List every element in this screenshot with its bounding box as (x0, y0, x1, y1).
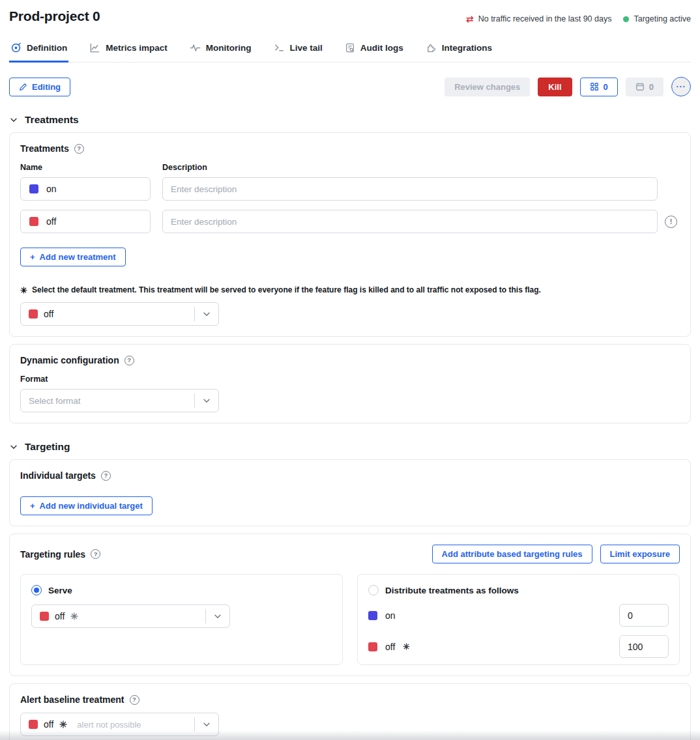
distribution-percent-input[interactable] (619, 635, 669, 658)
default-treatment-select-value: off (21, 309, 194, 319)
treatments-card-title: Treatments ? (20, 143, 680, 154)
help-icon[interactable]: ? (91, 549, 100, 559)
serve-radio-label: Serve (48, 586, 72, 595)
toolbar: Editing Review changes Kill 0 0 (9, 77, 691, 96)
treatment-row: on (20, 177, 680, 201)
name-column-label: Name (20, 163, 151, 172)
help-icon[interactable]: ? (130, 695, 139, 705)
default-asterisk-icon (59, 720, 67, 728)
treatment-description-input[interactable] (162, 177, 658, 201)
individual-targets-title: Individual targets ? (20, 470, 680, 481)
treatment-name-value: off (46, 216, 56, 227)
limit-exposure-button[interactable]: Limit exposure (600, 545, 680, 563)
page-header: Prod-project 0 ⇄ No traffic received in … (9, 0, 691, 24)
treatment-name-value: on (46, 184, 57, 194)
tab-integrations[interactable]: Integrations (424, 40, 493, 63)
treatments-column-labels: Name Description (20, 154, 680, 177)
treatments-card: Treatments ? Name Description on off ! +… (9, 132, 691, 337)
editing-button[interactable]: Editing (9, 78, 70, 96)
add-attribute-rules-label: Add attribute based targeting rules (442, 549, 583, 559)
tab-definition[interactable]: Definition (9, 40, 68, 63)
distribution-treatment-name: off (385, 642, 395, 652)
help-icon[interactable]: ? (101, 471, 111, 481)
review-changes-button[interactable]: Review changes (445, 78, 530, 96)
treatment-color-swatch (29, 309, 38, 319)
serve-radio-option[interactable]: Serve (31, 585, 332, 595)
treatments-section-header[interactable]: Treatments (9, 114, 691, 126)
treatment-name-input[interactable]: on (20, 177, 151, 201)
serve-treatment-value: off (32, 611, 205, 621)
add-attribute-rules-button[interactable]: Add attribute based targeting rules (432, 545, 592, 563)
tab-audit-logs[interactable]: Audit logs (343, 40, 405, 63)
targeting-rules-title: Targeting rules ? (20, 549, 100, 560)
distribution-percent-input[interactable] (619, 604, 669, 627)
schedule-button[interactable]: 0 (626, 78, 664, 96)
calendar-icon (635, 82, 645, 91)
help-icon[interactable]: ? (74, 144, 84, 154)
targeting-rules-header: Targeting rules ? Add attribute based ta… (20, 545, 680, 563)
add-new-individual-target-button[interactable]: + Add new individual target (20, 496, 153, 515)
kill-label: Kill (548, 82, 561, 92)
dynamic-configuration-card: Dynamic configuration ? Format Select fo… (9, 344, 691, 423)
page-title: Prod-project 0 (9, 8, 100, 24)
help-icon[interactable]: ? (124, 356, 134, 365)
tab-live-tail[interactable]: Live tail (272, 40, 324, 63)
selected-treatment-name: off (44, 719, 53, 730)
distribute-radio-option[interactable]: Distribute treatments as follows (368, 585, 669, 595)
toolbar-right: Review changes Kill 0 0 ··· (445, 77, 691, 96)
targeting-section-header[interactable]: Targeting (9, 441, 691, 453)
more-actions-button[interactable]: ··· (671, 77, 691, 96)
chart-icon (89, 42, 100, 53)
flag-sets-button[interactable]: 0 (580, 78, 618, 96)
target-edit-icon (10, 42, 22, 53)
tab-label: Monitoring (206, 43, 252, 53)
document-search-icon (345, 42, 355, 53)
distribution-treatment: off (368, 642, 410, 652)
traffic-status: ⇄ No traffic received in the last 90 day… (466, 14, 611, 23)
green-status-dot-icon (623, 16, 629, 22)
chevron-down-icon (195, 309, 218, 319)
warning-icon[interactable]: ! (665, 216, 677, 228)
targeting-status-text: Targeting active (634, 14, 691, 23)
distribution-treatment: on (368, 610, 396, 621)
treatment-color-swatch (368, 611, 377, 620)
treatments-card-title-text: Treatments (20, 143, 69, 154)
serve-panel: Serve off (20, 574, 343, 665)
terminal-icon (274, 42, 285, 53)
tab-label: Metrics impact (106, 43, 168, 53)
targeting-section-label: Targeting (25, 441, 70, 453)
alert-baseline-title: Alert baseline treatment ? (20, 694, 680, 705)
traffic-arrows-icon: ⇄ (466, 14, 474, 23)
tab-bar: Definition Metrics impact Monitoring Liv… (9, 40, 691, 63)
default-asterisk-icon (20, 287, 27, 294)
kill-button[interactable]: Kill (538, 78, 572, 96)
pencil-icon (19, 83, 27, 91)
format-select[interactable]: Select format (20, 389, 219, 412)
default-asterisk-icon (403, 643, 410, 650)
distribute-radio-label: Distribute treatments as follows (385, 586, 519, 595)
treatment-name-input[interactable]: off (20, 210, 151, 233)
tab-metrics-impact[interactable]: Metrics impact (88, 40, 169, 63)
radio-selected-icon[interactable] (31, 585, 42, 595)
add-new-treatment-button[interactable]: + Add new treatment (20, 248, 126, 266)
selected-treatment-name: off (44, 309, 53, 319)
radio-unselected-icon[interactable] (368, 585, 379, 595)
alert-baseline-select[interactable]: off alert not possible (20, 713, 219, 736)
ellipsis-icon: ··· (677, 82, 686, 91)
status-line: ⇄ No traffic received in the last 90 day… (466, 14, 691, 23)
tab-label: Integrations (442, 43, 492, 53)
feature-flag-page: Prod-project 0 ⇄ No traffic received in … (0, 0, 700, 740)
default-treatment-select[interactable]: off (20, 302, 219, 326)
targeting-rules-actions: Add attribute based targeting rules Limi… (432, 545, 680, 563)
treatment-color-swatch (368, 642, 377, 651)
plus-icon: + (30, 252, 35, 262)
serve-treatment-select[interactable]: off (31, 605, 230, 628)
limit-exposure-label: Limit exposure (610, 549, 670, 559)
flag-sets-count: 0 (604, 82, 608, 92)
chevron-down-icon (206, 612, 229, 621)
treatment-description-input[interactable] (162, 210, 658, 233)
editing-label: Editing (32, 82, 61, 92)
tab-monitoring[interactable]: Monitoring (188, 40, 253, 63)
chevron-down-icon (9, 115, 18, 124)
format-label: Format (20, 375, 680, 384)
